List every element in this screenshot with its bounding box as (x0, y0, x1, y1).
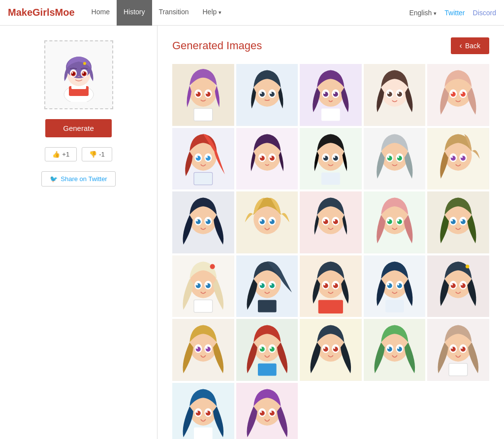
svg-point-75 (260, 156, 262, 158)
brand-logo[interactable]: MakeGirlsMoe (8, 7, 75, 18)
svg-point-246 (270, 411, 272, 413)
svg-point-195 (206, 347, 208, 349)
list-item[interactable] (364, 128, 426, 190)
svg-point-176 (387, 283, 389, 285)
svg-rect-247 (258, 427, 277, 439)
discord-link[interactable]: Discord (473, 9, 496, 17)
svg-rect-178 (385, 300, 404, 312)
list-item[interactable] (236, 319, 298, 381)
list-item[interactable] (300, 64, 362, 126)
svg-point-168 (334, 283, 336, 285)
svg-point-51 (397, 92, 399, 94)
svg-point-237 (206, 411, 208, 413)
svg-rect-160 (258, 300, 277, 312)
list-item[interactable] (172, 255, 234, 317)
svg-point-144 (210, 264, 215, 269)
vote-row: 👍 +1 👎 -1 (45, 147, 112, 161)
svg-point-117 (270, 220, 272, 221)
svg-point-167 (324, 283, 326, 285)
list-item[interactable] (427, 128, 489, 190)
svg-point-202 (260, 347, 262, 349)
svg-rect-229 (449, 364, 468, 376)
preview-character-svg (52, 48, 106, 102)
svg-point-186 (451, 283, 453, 285)
svg-rect-25 (194, 108, 213, 121)
svg-rect-238 (194, 427, 213, 439)
svg-point-92 (387, 156, 389, 158)
svg-point-76 (270, 156, 272, 158)
list-item[interactable] (427, 64, 489, 126)
svg-point-236 (196, 411, 198, 413)
list-item[interactable] (300, 128, 362, 190)
svg-point-141 (461, 220, 463, 221)
list-item[interactable] (236, 128, 298, 190)
list-item[interactable] (236, 191, 298, 253)
svg-point-116 (260, 220, 262, 221)
svg-point-124 (324, 220, 326, 221)
list-item[interactable] (236, 255, 298, 317)
nav-right: English Twitter Discord (409, 9, 496, 17)
svg-point-132 (387, 220, 389, 221)
list-item[interactable] (300, 319, 362, 381)
svg-point-150 (206, 283, 208, 285)
downvote-button[interactable]: 👎 -1 (82, 147, 112, 161)
nav-item-home[interactable]: Home (85, 0, 117, 26)
nav-item-help[interactable]: Help (195, 0, 228, 26)
svg-point-212 (334, 347, 336, 349)
main-content: Generated Images Back (158, 26, 504, 439)
list-item[interactable] (427, 319, 489, 381)
svg-point-24 (206, 92, 208, 94)
svg-point-93 (397, 156, 399, 158)
list-item[interactable] (236, 383, 298, 439)
svg-point-133 (397, 220, 399, 221)
svg-rect-204 (258, 364, 277, 376)
list-item[interactable] (172, 191, 234, 253)
list-item[interactable] (364, 64, 426, 126)
list-item[interactable] (364, 255, 426, 317)
upvote-button[interactable]: 👍 +1 (45, 147, 77, 161)
svg-point-59 (461, 92, 463, 94)
svg-point-101 (461, 156, 463, 158)
list-item[interactable] (427, 191, 489, 253)
list-item[interactable] (427, 255, 489, 317)
language-selector[interactable]: English (409, 9, 437, 17)
svg-rect-169 (318, 300, 343, 314)
generate-button[interactable]: Generate (45, 119, 112, 137)
svg-point-84 (334, 156, 336, 158)
thumbs-down-icon: 👎 (89, 151, 97, 158)
svg-point-159 (270, 283, 272, 285)
share-twitter-button[interactable]: 🐦 Share on Twitter (41, 171, 115, 187)
svg-point-66 (196, 156, 198, 158)
svg-rect-68 (194, 172, 213, 185)
nav-item-history[interactable]: History (117, 0, 152, 26)
svg-point-177 (397, 283, 399, 285)
list-item[interactable] (300, 255, 362, 317)
svg-point-149 (196, 283, 198, 285)
main-layout: Generate 👍 +1 👎 -1 🐦 Share on Twitter Ge… (0, 26, 504, 439)
list-item[interactable] (172, 64, 234, 126)
svg-point-158 (260, 283, 262, 285)
svg-rect-43 (321, 108, 340, 121)
list-item[interactable] (364, 191, 426, 253)
nav-item-transition[interactable]: Transition (152, 0, 196, 26)
svg-rect-34 (258, 108, 277, 121)
svg-point-58 (451, 92, 453, 94)
list-item[interactable] (172, 383, 234, 439)
list-item[interactable] (236, 64, 298, 126)
list-item[interactable] (172, 128, 234, 190)
list-item[interactable] (300, 191, 362, 253)
back-chevron-icon (460, 41, 462, 50)
image-grid (172, 64, 489, 439)
list-item[interactable] (172, 319, 234, 381)
back-button[interactable]: Back (451, 37, 489, 54)
twitter-link[interactable]: Twitter (444, 9, 465, 17)
svg-point-227 (451, 347, 453, 349)
list-item[interactable] (364, 319, 426, 381)
svg-point-8 (83, 62, 86, 65)
sidebar: Generate 👍 +1 👎 -1 🐦 Share on Twitter (0, 26, 158, 439)
svg-point-50 (387, 92, 389, 94)
svg-point-109 (206, 220, 208, 221)
svg-point-187 (461, 283, 463, 285)
svg-point-108 (196, 220, 198, 221)
svg-point-228 (461, 347, 463, 349)
